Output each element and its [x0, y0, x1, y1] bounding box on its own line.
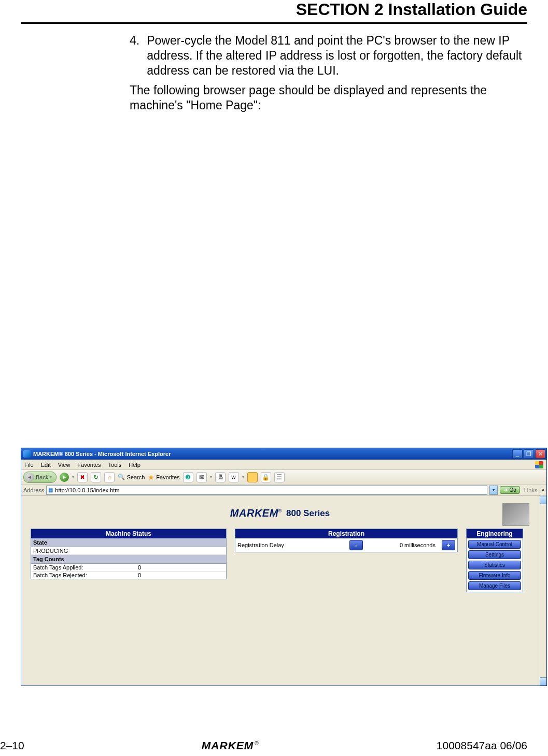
registration-value: 0 milliseconds — [366, 542, 439, 548]
edit-icon[interactable]: W — [229, 472, 239, 482]
chevron-icon[interactable]: » — [541, 487, 544, 493]
panel-title-registration: Registration — [235, 529, 457, 538]
favorites-button[interactable]: ★ Favorites — [148, 473, 179, 481]
row-label: Batch Tags Applied: — [33, 564, 83, 570]
mail-icon[interactable]: ✉ — [196, 472, 207, 482]
toolbar: ◄ Back ▾ ► ▾ ✖ ↻ ⌂ 🔍 Search ★ Favorites … — [21, 470, 546, 484]
forward-button[interactable]: ► — [60, 473, 69, 482]
markem-logo: MARKEM® — [230, 507, 282, 519]
rule — [21, 22, 527, 24]
go-arrow-icon: ➔ — [503, 487, 508, 493]
row-value: 0 — [138, 572, 224, 578]
increment-button[interactable]: + — [442, 540, 455, 550]
close-button[interactable]: ✕ — [535, 449, 545, 459]
print-icon[interactable]: 🖶 — [215, 472, 226, 482]
back-button[interactable]: ◄ Back ▾ — [23, 472, 57, 483]
search-label: Search — [127, 474, 145, 480]
firmware-info-button[interactable]: Firmware Info — [468, 571, 521, 580]
page-number: 2–10 — [0, 739, 24, 752]
address-label: Address — [23, 487, 44, 493]
section-title: SECTION 2 Installation Guide — [0, 0, 548, 22]
panel-title-status: Machine Status — [31, 529, 226, 538]
settings-button[interactable]: Settings — [468, 550, 521, 559]
panel-title-engineering: Engineering — [467, 529, 523, 538]
list-item: 4. Power-cycle the Model 811 and point t… — [130, 33, 527, 78]
folder-icon[interactable] — [247, 472, 258, 482]
vertical-scrollbar[interactable] — [539, 496, 546, 686]
history-icon[interactable]: ❸ — [183, 472, 193, 482]
page-content: MARKEM® 800 Series Machine Status State … — [21, 496, 539, 686]
menu-file[interactable]: File — [24, 462, 34, 468]
page-footer: 2–10 MARKEM® 10008547aa 06/06 — [0, 739, 527, 752]
paragraph: The following browser page should be dis… — [130, 83, 527, 113]
stop-icon[interactable]: ✖ — [77, 472, 88, 482]
menu-help[interactable]: Help — [129, 462, 140, 468]
printer-image — [502, 503, 529, 526]
windows-flag-icon — [535, 461, 543, 468]
menu-edit[interactable]: Edit — [41, 462, 51, 468]
url-text: http://10.0.0.15/index.htm — [55, 487, 119, 493]
state-header: State — [31, 538, 226, 547]
menubar: File Edit View Favorites Tools Help — [21, 460, 546, 470]
list-number: 4. — [130, 33, 139, 78]
browser-window: MARKEM® 800 Series - Microsoft Internet … — [21, 448, 547, 686]
row-value: 0 — [138, 564, 224, 570]
back-arrow-icon: ◄ — [25, 473, 34, 482]
home-icon[interactable]: ⌂ — [104, 472, 115, 482]
manage-files-button[interactable]: Manage Files — [468, 581, 521, 590]
links-label[interactable]: Links — [522, 487, 540, 493]
manual-control-button[interactable]: Manual Control — [468, 540, 521, 549]
titlebar: MARKEM® 800 Series - Microsoft Internet … — [21, 448, 546, 460]
dropdown-icon: ▾ — [72, 475, 74, 479]
statistics-button[interactable]: Statistics — [468, 561, 521, 569]
window-title: MARKEM® 800 Series - Microsoft Internet … — [33, 451, 171, 457]
search-icon: 🔍 — [118, 474, 125, 480]
series-text: 800 Series — [286, 508, 330, 519]
engineering-panel: Engineering Manual Control Settings Stat… — [466, 529, 523, 592]
table-row: Batch Tags Rejected: 0 — [31, 572, 226, 579]
footer-logo: MARKEM® — [202, 739, 259, 752]
ie-icon — [23, 450, 31, 458]
menu-view[interactable]: View — [58, 462, 71, 468]
registration-panel: Registration Registration Delay - 0 mill… — [235, 529, 458, 552]
addressbar: Address ▦ http://10.0.0.15/index.htm ▾ ➔… — [21, 484, 546, 496]
menu-tools[interactable]: Tools — [108, 462, 122, 468]
page-icon: ▦ — [48, 487, 53, 493]
list-text: Power-cycle the Model 811 and point the … — [147, 33, 527, 78]
go-label: Go — [509, 487, 516, 493]
registration-delay-label: Registration Delay — [237, 542, 346, 548]
tool-icon-1[interactable]: 🔒 — [261, 472, 271, 482]
maximize-button[interactable]: ❐ — [524, 449, 534, 459]
favorites-label: Favorites — [156, 474, 179, 480]
machine-status-panel: Machine Status State PRODUCING Tag Count… — [31, 529, 227, 579]
back-label: Back — [36, 474, 48, 480]
search-button[interactable]: 🔍 Search — [118, 474, 145, 480]
minimize-button[interactable]: _ — [512, 449, 523, 459]
doc-id: 10008547aa 06/06 — [437, 739, 527, 752]
row-label: Batch Tags Rejected: — [33, 572, 87, 578]
table-row: Batch Tags Applied: 0 — [31, 564, 226, 572]
address-dropdown[interactable]: ▾ — [489, 486, 498, 495]
star-icon: ★ — [148, 473, 154, 481]
go-button[interactable]: ➔ Go — [500, 486, 519, 494]
decrement-button[interactable]: - — [349, 540, 363, 550]
tag-counts-header: Tag Counts — [31, 555, 226, 564]
refresh-icon[interactable]: ↻ — [91, 472, 101, 482]
menu-favorites[interactable]: Favorites — [77, 462, 101, 468]
state-value: PRODUCING — [31, 547, 226, 555]
tool-icon-2[interactable]: ☰ — [274, 472, 285, 482]
address-input[interactable]: ▦ http://10.0.0.15/index.htm — [46, 486, 487, 495]
